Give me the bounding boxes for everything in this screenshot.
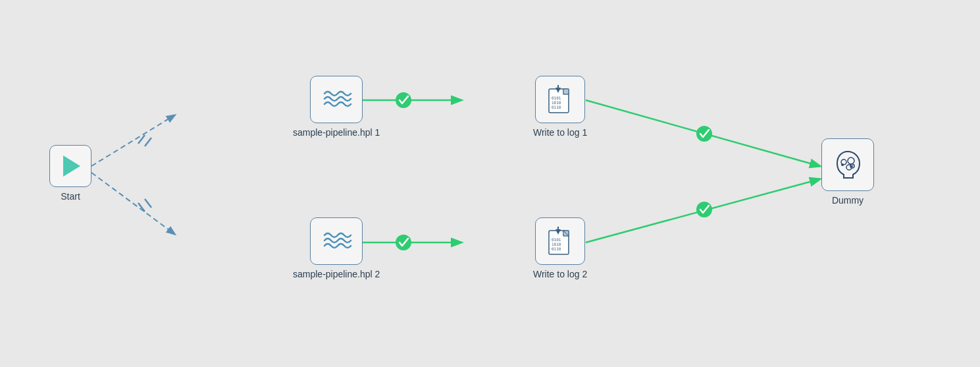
log1-label: Write to log 1 bbox=[533, 127, 587, 138]
log1-node[interactable]: 0101 1010 0110 Write to log 1 bbox=[533, 76, 587, 138]
start-label: Start bbox=[61, 191, 80, 202]
svg-point-29 bbox=[852, 165, 853, 167]
brain-icon bbox=[829, 146, 866, 183]
svg-line-5 bbox=[145, 199, 151, 208]
pipeline2-label: sample-pipeline.hpl 2 bbox=[293, 269, 380, 279]
log-icon-1: 0101 1010 0110 bbox=[545, 82, 575, 117]
dummy-label: Dummy bbox=[832, 195, 864, 206]
svg-point-12 bbox=[696, 126, 712, 142]
pipeline1-box bbox=[310, 76, 363, 123]
pipeline-canvas: Start sample-pipeline.hpl 1 sample-pipel… bbox=[0, 0, 980, 367]
pipeline2-node[interactable]: sample-pipeline.hpl 2 bbox=[293, 217, 380, 279]
svg-text:1010: 1010 bbox=[552, 100, 561, 105]
pipeline1-node[interactable]: sample-pipeline.hpl 1 bbox=[293, 76, 380, 138]
svg-text:0110: 0110 bbox=[552, 105, 561, 109]
svg-point-13 bbox=[696, 202, 712, 217]
svg-point-11 bbox=[396, 235, 411, 250]
svg-line-0 bbox=[91, 115, 174, 166]
start-node[interactable]: Start bbox=[49, 145, 91, 202]
svg-line-2 bbox=[145, 138, 151, 146]
play-icon bbox=[63, 155, 80, 177]
svg-point-25 bbox=[848, 157, 854, 164]
svg-text:0101: 0101 bbox=[552, 96, 561, 100]
dummy-box bbox=[821, 138, 874, 191]
svg-text:1010: 1010 bbox=[552, 242, 561, 246]
svg-line-9 bbox=[586, 179, 819, 242]
log2-label: Write to log 2 bbox=[533, 269, 587, 279]
svg-text:0101: 0101 bbox=[552, 237, 561, 242]
svg-line-1 bbox=[138, 135, 145, 144]
log1-box: 0101 1010 0110 bbox=[535, 76, 585, 123]
log2-box: 0101 1010 0110 bbox=[535, 217, 585, 265]
svg-line-8 bbox=[586, 100, 819, 166]
pipeline2-box bbox=[310, 217, 363, 265]
start-node-box bbox=[49, 145, 91, 187]
svg-line-3 bbox=[91, 173, 174, 234]
log-icon-2: 0101 1010 0110 bbox=[545, 224, 575, 258]
svg-point-27 bbox=[841, 163, 844, 166]
svg-point-10 bbox=[396, 92, 411, 108]
svg-rect-15 bbox=[563, 89, 569, 94]
dummy-node[interactable]: Dummy bbox=[821, 138, 874, 206]
log2-node[interactable]: 0101 1010 0110 Write to log 2 bbox=[533, 217, 587, 279]
wave-icon-1 bbox=[319, 84, 353, 115]
svg-line-4 bbox=[138, 203, 145, 212]
svg-text:0110: 0110 bbox=[552, 246, 561, 251]
pipeline1-label: sample-pipeline.hpl 1 bbox=[293, 127, 380, 138]
wave-icon-2 bbox=[319, 226, 353, 256]
